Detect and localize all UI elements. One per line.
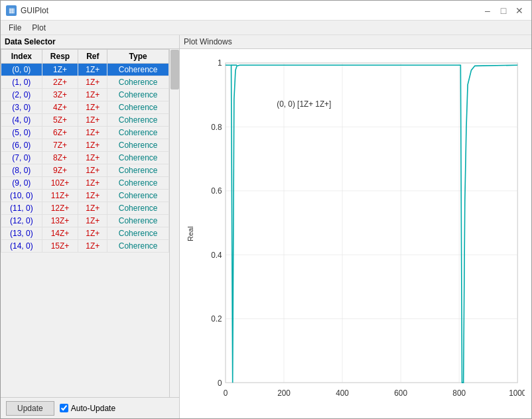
cell-resp: 5Z+ (42, 114, 78, 127)
window-title: GUIPlot (21, 6, 48, 15)
menu-plot[interactable]: Plot (27, 22, 51, 34)
cell-ref: 1Z+ (78, 89, 107, 101)
cell-type: Coherence (107, 164, 169, 177)
svg-rect-0 (226, 63, 517, 383)
cell-index: (11, 0) (1, 202, 42, 215)
title-bar: ▦ GUIPlot – □ ✕ (1, 1, 531, 21)
cell-resp: 1Z+ (42, 64, 78, 76)
svg-text:0.6: 0.6 (211, 186, 222, 196)
maximize-button[interactable]: □ (497, 4, 510, 17)
cell-index: (10, 0) (1, 190, 42, 202)
cell-resp: 12Z+ (42, 202, 78, 215)
data-selector-header: Data Selector (1, 35, 179, 49)
table-row[interactable]: (0, 0)1Z+1Z+Coherence (1, 64, 169, 76)
vertical-scrollbar[interactable] (169, 49, 179, 397)
cell-type: Coherence (107, 190, 169, 202)
data-table: Index Resp Ref Type (0, 0)1Z+1Z+Coherenc… (1, 49, 169, 253)
cell-ref: 1Z+ (78, 152, 107, 164)
plot-windows-header: Plot Windows (180, 35, 531, 49)
update-button[interactable]: Update (6, 401, 54, 416)
menu-bar: File Plot (1, 21, 531, 35)
cell-ref: 1Z+ (78, 164, 107, 177)
main-area: Data Selector Index Resp Ref Type (1, 35, 531, 418)
cell-index: (14, 0) (1, 240, 42, 253)
table-row[interactable]: (9, 0)10Z+1Z+Coherence (1, 177, 169, 190)
table-row[interactable]: (14, 0)15Z+1Z+Coherence (1, 240, 169, 253)
chart-container: 1 0.8 0.6 0.4 0.2 0 0 200 400 600 800 (197, 56, 525, 412)
auto-update-checkbox[interactable] (60, 404, 68, 412)
cell-ref: 1Z+ (78, 101, 107, 114)
y-axis-label: Real (186, 56, 194, 412)
cell-resp: 7Z+ (42, 139, 78, 152)
col-ref: Ref (78, 50, 107, 64)
cell-type: Coherence (107, 101, 169, 114)
table-row[interactable]: (10, 0)11Z+1Z+Coherence (1, 190, 169, 202)
cell-index: (6, 0) (1, 139, 42, 152)
cell-ref: 1Z+ (78, 202, 107, 215)
cell-resp: 9Z+ (42, 164, 78, 177)
cell-resp: 3Z+ (42, 89, 78, 101)
col-type: Type (107, 50, 169, 64)
table-row[interactable]: (5, 0)6Z+1Z+Coherence (1, 127, 169, 139)
cell-ref: 1Z+ (78, 215, 107, 227)
table-row[interactable]: (6, 0)7Z+1Z+Coherence (1, 139, 169, 152)
cell-resp: 11Z+ (42, 190, 78, 202)
cell-type: Coherence (107, 76, 169, 89)
cell-index: (2, 0) (1, 89, 42, 101)
svg-text:0.4: 0.4 (211, 251, 222, 260)
main-window: ▦ GUIPlot – □ ✕ File Plot Data Selector (0, 0, 532, 419)
scroll-thumb[interactable] (170, 50, 179, 90)
auto-update-label[interactable]: Auto-Update (60, 404, 115, 413)
cell-type: Coherence (107, 114, 169, 127)
svg-text:0.8: 0.8 (211, 123, 222, 132)
svg-text:0: 0 (218, 378, 222, 387)
table-row[interactable]: (1, 0)2Z+1Z+Coherence (1, 76, 169, 89)
cell-index: (9, 0) (1, 177, 42, 190)
chart-svg: 1 0.8 0.6 0.4 0.2 0 0 200 400 600 800 (197, 56, 525, 412)
cell-ref: 1Z+ (78, 127, 107, 139)
svg-text:800: 800 (452, 389, 466, 398)
cell-type: Coherence (107, 127, 169, 139)
close-button[interactable]: ✕ (513, 4, 526, 17)
cell-ref: 1Z+ (78, 190, 107, 202)
table-row[interactable]: (12, 0)13Z+1Z+Coherence (1, 215, 169, 227)
svg-text:200: 200 (277, 389, 291, 398)
svg-text:1: 1 (218, 58, 222, 68)
plot-area: Real (180, 49, 531, 418)
cell-resp: 10Z+ (42, 177, 78, 190)
cell-index: (13, 0) (1, 227, 42, 240)
svg-text:0.2: 0.2 (211, 314, 222, 324)
cell-ref: 1Z+ (78, 177, 107, 190)
cell-type: Coherence (107, 64, 169, 76)
cell-index: (3, 0) (1, 101, 42, 114)
cell-ref: 1Z+ (78, 139, 107, 152)
col-index: Index (1, 50, 42, 64)
table-row[interactable]: (13, 0)14Z+1Z+Coherence (1, 227, 169, 240)
cell-index: (1, 0) (1, 76, 42, 89)
col-resp: Resp (42, 50, 78, 64)
cell-index: (0, 0) (1, 64, 42, 76)
cell-ref: 1Z+ (78, 227, 107, 240)
cell-resp: 13Z+ (42, 215, 78, 227)
svg-text:400: 400 (336, 389, 349, 398)
app-icon: ▦ (6, 5, 17, 16)
cell-resp: 4Z+ (42, 101, 78, 114)
chart-svg-wrapper: 1 0.8 0.6 0.4 0.2 0 0 200 400 600 800 (197, 56, 525, 412)
table-row[interactable]: (3, 0)4Z+1Z+Coherence (1, 101, 169, 114)
table-row[interactable]: (11, 0)12Z+1Z+Coherence (1, 202, 169, 215)
table-row[interactable]: (7, 0)8Z+1Z+Coherence (1, 152, 169, 164)
cell-type: Coherence (107, 89, 169, 101)
svg-text:0: 0 (224, 389, 228, 398)
cell-type: Coherence (107, 177, 169, 190)
table-row[interactable]: (4, 0)5Z+1Z+Coherence (1, 114, 169, 127)
bottom-bar: Update Auto-Update (1, 397, 179, 418)
menu-file[interactable]: File (3, 22, 27, 34)
cell-type: Coherence (107, 215, 169, 227)
cell-ref: 1Z+ (78, 240, 107, 253)
table-row[interactable]: (8, 0)9Z+1Z+Coherence (1, 164, 169, 177)
cell-resp: 2Z+ (42, 76, 78, 89)
cell-resp: 15Z+ (42, 240, 78, 253)
minimize-button[interactable]: – (481, 4, 494, 17)
table-row[interactable]: (2, 0)3Z+1Z+Coherence (1, 89, 169, 101)
left-panel: Data Selector Index Resp Ref Type (1, 35, 180, 418)
